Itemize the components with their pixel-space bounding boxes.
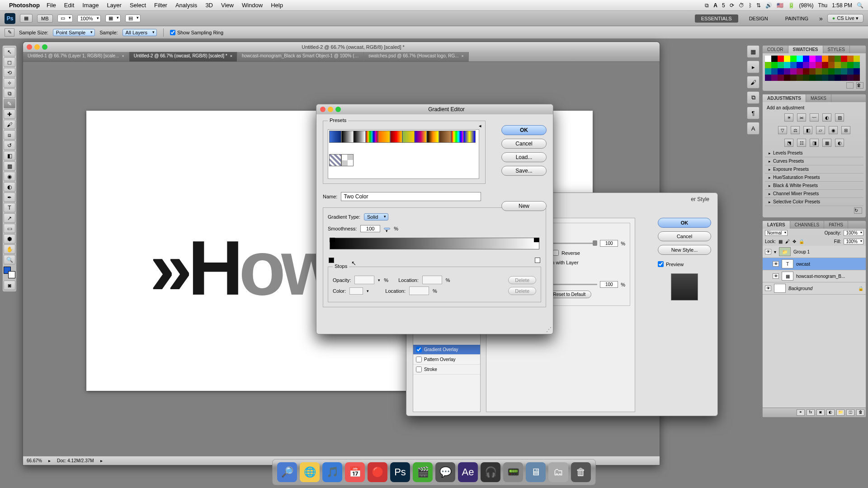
3d-tool[interactable]: ⬢: [4, 234, 15, 244]
menubar-dropbox-icon[interactable]: ⧉: [705, 2, 709, 9]
swatch[interactable]: [797, 56, 803, 62]
layer-name[interactable]: howcast-monogram_B...: [796, 274, 845, 279]
menu-window[interactable]: Window: [242, 2, 263, 9]
menu-analysis[interactable]: Analysis: [175, 2, 197, 9]
menu-layer[interactable]: Layer: [107, 2, 122, 9]
menu-file[interactable]: File: [47, 2, 56, 9]
layerstyle-ok-button[interactable]: OK: [658, 218, 711, 228]
swatch[interactable]: [790, 68, 797, 75]
lasso-tool[interactable]: ⟲: [4, 68, 15, 77]
scale-value[interactable]: [600, 281, 618, 288]
preset-row[interactable]: Selective Color Presets: [765, 198, 863, 206]
path-tool[interactable]: ↗: [4, 213, 15, 223]
opacity-dropdown-icon[interactable]: ▾: [378, 278, 380, 282]
swatch[interactable]: [822, 75, 828, 81]
wand-tool[interactable]: ✧: [4, 78, 15, 88]
presets-menu-icon[interactable]: ◂: [479, 123, 481, 129]
dock-app-4[interactable]: 🔴: [368, 462, 387, 482]
swatches-grid[interactable]: [765, 56, 863, 81]
swatch[interactable]: [784, 75, 790, 81]
gradient-preset[interactable]: [451, 131, 463, 143]
menu-filter[interactable]: Filter: [154, 2, 167, 9]
menu-image[interactable]: Image: [82, 2, 99, 9]
layer-row-text[interactable]: 👁 T owcast: [763, 258, 866, 270]
swatch[interactable]: [828, 68, 835, 75]
gradient-preset[interactable]: [329, 154, 341, 166]
new-layer-icon[interactable]: ◫: [846, 409, 854, 416]
swatch[interactable]: [835, 75, 841, 81]
opacity-location-input[interactable]: [422, 276, 442, 284]
lock-trans-icon[interactable]: ▦: [778, 239, 783, 244]
dock-app-10[interactable]: 📟: [503, 462, 523, 482]
effect-stroke[interactable]: Stroke: [413, 365, 480, 375]
color-location-input[interactable]: [409, 286, 429, 295]
preset-grid[interactable]: [328, 129, 479, 179]
swatch[interactable]: [822, 68, 828, 75]
status-arrow-icon[interactable]: ▸: [100, 458, 103, 463]
swatch[interactable]: [803, 62, 809, 68]
gradient-preset[interactable]: [427, 131, 439, 143]
exposure-adj-icon[interactable]: ◐: [822, 113, 831, 122]
swatch[interactable]: [847, 62, 854, 68]
dock-app-5[interactable]: Ps: [390, 462, 410, 482]
color-stop-left[interactable]: [329, 258, 334, 263]
hand-tool[interactable]: ✋: [4, 244, 15, 254]
mask-icon[interactable]: ◙: [816, 409, 825, 416]
layer-opacity-input[interactable]: 100%: [844, 230, 863, 236]
swatch[interactable]: [835, 62, 841, 68]
swatch[interactable]: [841, 75, 847, 81]
swatch[interactable]: [778, 62, 784, 68]
ps-app-icon[interactable]: Ps: [5, 13, 15, 24]
gradedit-save-button[interactable]: Save...: [501, 166, 547, 176]
show-sampling-ring-checkbox[interactable]: Show Sampling Ring: [170, 30, 223, 35]
visibility-icon[interactable]: 👁: [773, 261, 779, 267]
history-brush-tool[interactable]: ↺: [4, 141, 15, 150]
sample-select[interactable]: All Layers: [123, 29, 157, 36]
swatch[interactable]: [835, 68, 841, 75]
menubar-flag-icon[interactable]: 🇺🇸: [777, 2, 783, 9]
swatch[interactable]: [797, 68, 803, 75]
adjustment-layer-icon[interactable]: ◐: [826, 409, 835, 416]
reverse-checkbox[interactable]: [553, 250, 559, 256]
colorbal-adj-icon[interactable]: ⚖: [791, 126, 800, 134]
menubar-adobe-icon[interactable]: A: [713, 2, 717, 9]
swatch[interactable]: [835, 56, 841, 62]
type-tool[interactable]: T: [4, 203, 15, 212]
close-tab-icon[interactable]: ×: [230, 54, 232, 58]
channel-mixer-adj-icon[interactable]: ◉: [829, 126, 838, 134]
adj-panel-menu-icon[interactable]: ↻: [854, 207, 862, 214]
gradient-preset[interactable]: [463, 131, 476, 143]
swatch[interactable]: [778, 56, 784, 62]
status-expand-icon[interactable]: ▸: [48, 458, 51, 463]
zoom-select[interactable]: 100%: [77, 15, 101, 22]
lock-all-icon[interactable]: 🔒: [799, 239, 804, 244]
brush-panel-icon[interactable]: 🖌: [747, 76, 760, 89]
gradient-preset[interactable]: [341, 131, 354, 143]
menubar-battery-icon[interactable]: 🔋: [788, 2, 795, 9]
color-dropdown-icon[interactable]: ▾: [367, 289, 369, 293]
swatch[interactable]: [816, 68, 822, 75]
opacity-stop-right[interactable]: [534, 238, 539, 242]
lock-pixels-icon[interactable]: 🖌: [785, 239, 790, 244]
swatch[interactable]: [771, 62, 778, 68]
blend-mode-select[interactable]: Normal: [765, 230, 788, 236]
dock-app-3[interactable]: 📅: [345, 462, 365, 482]
swatch[interactable]: [847, 75, 854, 81]
workspace-design[interactable]: DESIGN: [743, 14, 774, 23]
preset-row[interactable]: Black & White Presets: [765, 182, 863, 190]
dock-app-12[interactable]: 🗂: [548, 462, 568, 482]
gradient-preset[interactable]: [354, 131, 366, 143]
adjustments-tab[interactable]: ADJUSTMENTS: [763, 94, 806, 102]
gradient-preset[interactable]: [390, 131, 402, 143]
minibridge-button[interactable]: MB: [37, 14, 53, 23]
color-tab[interactable]: COLOR: [763, 46, 788, 53]
gradient-map-adj-icon[interactable]: ▦: [822, 139, 831, 147]
swatch[interactable]: [778, 68, 784, 75]
group-toggle-icon[interactable]: ▾: [774, 249, 776, 254]
layer-row-group[interactable]: 👁 ▾ 📁 Group 1: [763, 246, 866, 258]
lock-position-icon[interactable]: ✥: [793, 239, 796, 244]
swatch[interactable]: [841, 62, 847, 68]
gradient-preset[interactable]: [378, 131, 390, 143]
dock-app-1[interactable]: 🌐: [300, 462, 320, 482]
workspace-more-icon[interactable]: »: [819, 15, 823, 22]
